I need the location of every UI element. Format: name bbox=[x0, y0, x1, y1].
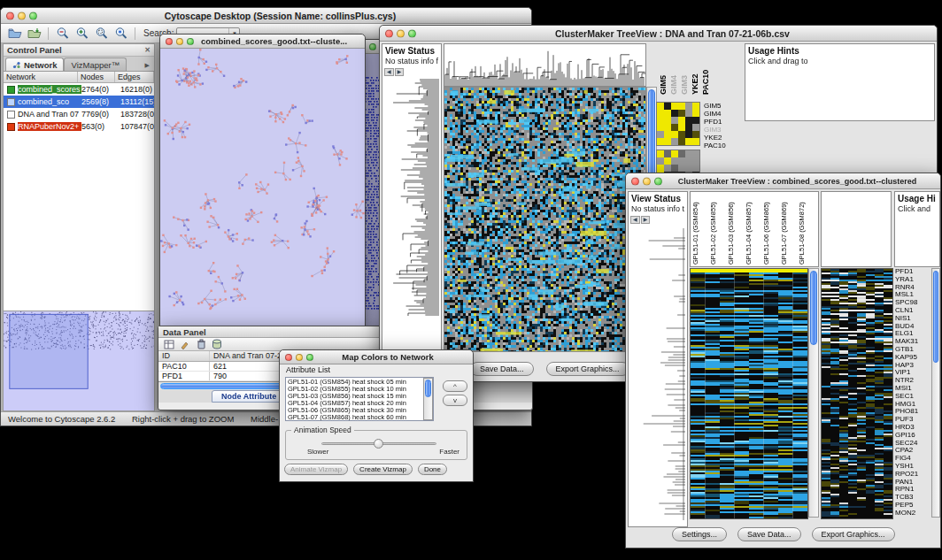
move-up-button[interactable]: ^ bbox=[443, 380, 467, 392]
scroll-left-icon[interactable]: ◀ bbox=[384, 68, 394, 76]
minimize-button[interactable] bbox=[176, 38, 183, 45]
treeview-button[interactable]: Save Data... bbox=[470, 362, 534, 376]
minimize-button[interactable] bbox=[296, 354, 303, 361]
column-label[interactable]: GPL51-07 (GSM869) bbox=[780, 194, 798, 265]
zoom-in-icon[interactable] bbox=[73, 26, 90, 41]
dendrogram-hscroll[interactable]: ◀ ▶ bbox=[382, 66, 441, 77]
gene-label[interactable]: FIG4 bbox=[895, 455, 930, 463]
gene-label[interactable]: MSI1 bbox=[895, 385, 930, 393]
gene-label[interactable]: PFD1 bbox=[704, 118, 739, 126]
move-down-button[interactable]: v bbox=[443, 395, 467, 406]
gene-label[interactable]: NTR2 bbox=[895, 377, 930, 385]
close-button[interactable] bbox=[631, 177, 639, 185]
delete-attribute-icon[interactable] bbox=[195, 339, 207, 350]
create-attribute-icon[interactable] bbox=[179, 339, 191, 350]
gene-label[interactable]: CLN1 bbox=[895, 307, 930, 315]
select-attributes-icon[interactable] bbox=[163, 339, 175, 350]
column-label[interactable]: GPL51-08 (GSM872) bbox=[798, 194, 815, 265]
gene-label[interactable]: ELG1 bbox=[895, 330, 930, 338]
gene-label[interactable]: SPC98 bbox=[895, 299, 930, 307]
gene-list-vscroll[interactable] bbox=[931, 268, 940, 518]
tab-network[interactable]: Network bbox=[5, 58, 64, 71]
network-list-item[interactable]: combined_scores 2764(0) 16218(0) bbox=[4, 83, 154, 96]
col-network[interactable]: Network bbox=[4, 72, 78, 82]
gene-label[interactable]: YSH1 bbox=[895, 463, 930, 471]
open-session-icon[interactable] bbox=[6, 26, 23, 41]
gene-label[interactable]: RNR4 bbox=[895, 284, 930, 292]
gene-label[interactable]: PEP5 bbox=[895, 502, 930, 510]
gene-label[interactable]: SEC24 bbox=[895, 440, 930, 448]
gene-label[interactable]: HAP3 bbox=[895, 362, 930, 370]
mini-heatmap-selected[interactable] bbox=[656, 102, 700, 146]
col-nodes[interactable]: Nodes bbox=[78, 72, 115, 82]
zoom-window-button[interactable] bbox=[29, 12, 37, 19]
zoom-fit-icon[interactable] bbox=[93, 26, 110, 41]
gene-label[interactable]: PAC10 bbox=[704, 142, 739, 150]
heatmap-canvas[interactable] bbox=[444, 87, 646, 352]
birdseye-view[interactable] bbox=[4, 311, 154, 410]
vscroll-thumb[interactable] bbox=[425, 380, 431, 397]
network-window-titlebar[interactable]: combined_scores_good.txt--cluste... bbox=[160, 35, 365, 49]
slider-thumb[interactable] bbox=[374, 439, 383, 449]
zoom-window-button[interactable] bbox=[187, 38, 194, 45]
database-icon[interactable] bbox=[211, 339, 223, 350]
gene-label[interactable]: BUD4 bbox=[895, 323, 930, 331]
column-label[interactable]: GPL51-06 (GSM865) bbox=[762, 194, 780, 265]
animation-speed-slider[interactable] bbox=[321, 442, 436, 445]
minimize-button[interactable] bbox=[397, 29, 405, 37]
scroll-right-icon[interactable]: ▶ bbox=[395, 68, 405, 76]
column-label[interactable]: GPL51-01 (GSM854) bbox=[691, 194, 709, 265]
heatmap-canvas-2[interactable] bbox=[690, 268, 808, 519]
gene-label[interactable]: NIS1 bbox=[895, 315, 930, 323]
close-button[interactable] bbox=[285, 354, 292, 361]
gene-label[interactable]: GIM4 bbox=[704, 110, 739, 118]
treeview-button[interactable]: Export Graphics... bbox=[812, 527, 895, 541]
row-dendrogram-2[interactable] bbox=[630, 228, 685, 520]
heatmap2-vscroll[interactable] bbox=[808, 268, 819, 518]
gene-label-rotated[interactable]: YKE2 bbox=[691, 43, 700, 95]
treeview-button[interactable]: Export Graphics... bbox=[546, 362, 629, 376]
gene-label[interactable]: GIM5 bbox=[704, 102, 739, 110]
gene-label[interactable]: MON2 bbox=[895, 510, 930, 518]
column-dendrogram[interactable] bbox=[444, 43, 646, 87]
col-id[interactable]: ID bbox=[158, 351, 210, 361]
gene-label[interactable]: PUF3 bbox=[895, 416, 930, 424]
dialog-button[interactable]: Create Vizmap bbox=[353, 464, 413, 475]
gene-label[interactable]: PHO81 bbox=[895, 408, 930, 416]
gene-label[interactable]: GIM3 bbox=[704, 126, 739, 134]
zoom-window-button[interactable] bbox=[654, 177, 662, 185]
column-label[interactable]: GPL51-03 (GSM856) bbox=[727, 194, 745, 265]
dialog-button[interactable]: Done bbox=[418, 464, 447, 475]
gene-label[interactable]: VIP1 bbox=[895, 369, 930, 377]
treeview2-titlebar[interactable]: ClusterMaker TreeView : combined_scores_… bbox=[626, 173, 940, 189]
close-button[interactable] bbox=[385, 29, 393, 37]
main-titlebar[interactable]: Cytoscape Desktop (Session Name: collins… bbox=[1, 8, 531, 24]
zoom-window-button[interactable] bbox=[306, 354, 313, 361]
gene-label-rotated[interactable]: PAC10 bbox=[701, 43, 711, 95]
column-label[interactable]: GPL51-02 (GSM855) bbox=[709, 194, 727, 265]
zoom-selected-icon[interactable] bbox=[112, 26, 129, 41]
gene-label[interactable]: PAN1 bbox=[895, 479, 930, 487]
dialog-titlebar[interactable]: Map Colors to Network bbox=[280, 350, 473, 364]
gene-label[interactable]: MSL1 bbox=[895, 291, 930, 299]
tab-vizmapper[interactable]: VizMapper™ bbox=[64, 58, 127, 71]
network-canvas[interactable] bbox=[160, 49, 365, 328]
more-tabs-icon[interactable]: ▶ bbox=[141, 60, 154, 71]
close-button[interactable] bbox=[6, 12, 14, 19]
gene-label[interactable]: SEC1 bbox=[895, 393, 930, 401]
gene-label[interactable]: MAK31 bbox=[895, 338, 930, 346]
network-list-item[interactable]: RNAPuberNov2+ 563(0) 107847(0) bbox=[4, 120, 154, 133]
gene-label[interactable]: PFD1 bbox=[895, 268, 930, 276]
column-label[interactable]: GPL51-04 (GSM857) bbox=[745, 194, 762, 265]
close-icon[interactable]: ✕ bbox=[144, 46, 151, 54]
gene-label-rotated[interactable]: GIM4 bbox=[669, 43, 679, 95]
col-edges[interactable]: Edges bbox=[115, 72, 154, 82]
gene-label[interactable]: YKE2 bbox=[704, 134, 739, 142]
heatmap-zoom-canvas[interactable] bbox=[821, 268, 893, 519]
gene-label[interactable]: CPA2 bbox=[895, 447, 930, 455]
row-dendrogram[interactable] bbox=[384, 79, 439, 316]
close-button[interactable] bbox=[166, 38, 173, 45]
zoom-out-icon[interactable] bbox=[54, 26, 71, 41]
attribute-list[interactable]: GPL51-01 (GSM854) heat shock 05 minGPL51… bbox=[285, 377, 434, 421]
gene-label[interactable]: RPO21 bbox=[895, 471, 930, 479]
